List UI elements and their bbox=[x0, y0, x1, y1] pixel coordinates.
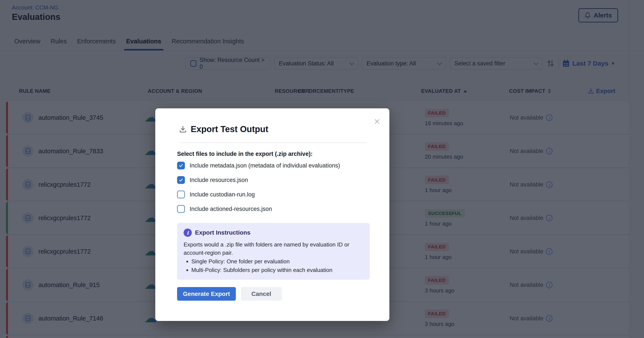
option-include-actioned-resources[interactable]: Include actioned-resources.json bbox=[177, 205, 340, 213]
checkbox-checked-icon[interactable] bbox=[177, 176, 185, 184]
modal-divider bbox=[180, 142, 366, 143]
export-instructions-title: Export Instructions bbox=[195, 229, 250, 236]
export-instructions-box: i Export Instructions Exports would a .z… bbox=[177, 223, 370, 280]
option-label: Include metadata.json (metadata of indiv… bbox=[190, 162, 340, 169]
instruction-bullet: Multi-Policy: Subfolders per policy with… bbox=[191, 266, 363, 274]
export-instructions-bullets: Single Policy: One folder per evaluation… bbox=[184, 258, 363, 274]
select-files-label: Select files to include in the export (.… bbox=[177, 151, 312, 157]
checkbox-checked-icon[interactable] bbox=[177, 162, 185, 169]
checkbox-unchecked-icon[interactable] bbox=[177, 205, 185, 213]
close-icon[interactable] bbox=[374, 118, 381, 125]
option-include-custodian-run-log[interactable]: Include custodian-run.log bbox=[177, 191, 340, 198]
option-label: Include actioned-resources.json bbox=[190, 206, 272, 212]
info-bubble-icon: i bbox=[184, 229, 192, 237]
cancel-button[interactable]: Cancel bbox=[241, 287, 282, 301]
generate-export-button[interactable]: Generate Export bbox=[177, 287, 236, 301]
option-include-metadata[interactable]: Include metadata.json (metadata of indiv… bbox=[177, 162, 340, 169]
checkbox-unchecked-icon[interactable] bbox=[177, 191, 185, 198]
option-label: Include resources.json bbox=[190, 177, 248, 183]
option-label: Include custodian-run.log bbox=[190, 191, 255, 198]
modal-title-row: Export Test Output bbox=[179, 124, 268, 134]
option-include-resources[interactable]: Include resources.json bbox=[177, 176, 340, 184]
modal-title: Export Test Output bbox=[191, 124, 268, 134]
export-options-list: Include metadata.json (metadata of indiv… bbox=[177, 162, 340, 213]
export-test-output-modal: Export Test Output Select files to inclu… bbox=[155, 108, 390, 321]
export-instructions-body: Exports would a .zip file with folders a… bbox=[184, 241, 363, 257]
instruction-bullet: Single Policy: One folder per evaluation bbox=[191, 258, 363, 266]
download-icon bbox=[179, 125, 187, 133]
modal-buttons: Generate Export Cancel bbox=[177, 287, 282, 301]
